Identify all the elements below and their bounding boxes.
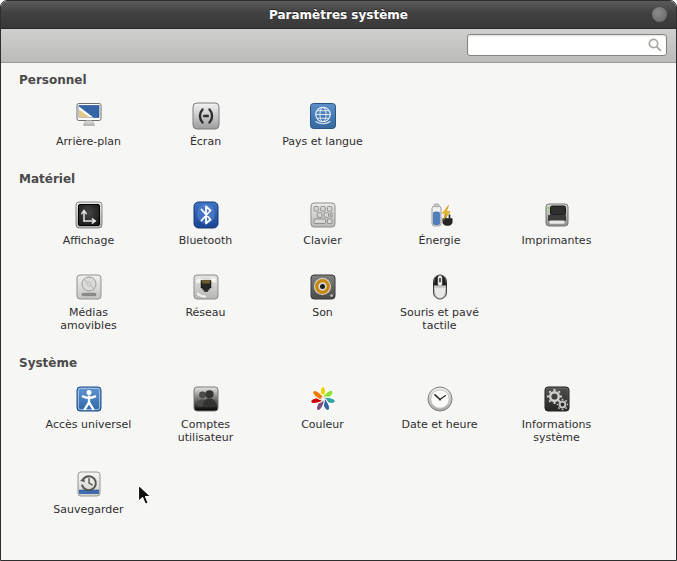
settings-item-mouse-touchpad[interactable]: Souris et pavé tactile (381, 271, 498, 332)
titlebar[interactable]: Paramètres système (1, 1, 676, 29)
settings-item-label: Son (312, 306, 333, 319)
settings-item-label: Affichage (63, 234, 115, 247)
user-accounts-icon (190, 383, 222, 415)
settings-item-label: Énergie (419, 234, 461, 247)
search-input[interactable] (467, 34, 667, 56)
section-grid: Arrière-plan Écran Pays et langue (30, 100, 676, 148)
settings-item-label: Informations système (522, 418, 591, 444)
window-title: Paramètres système (269, 8, 408, 22)
settings-sections: Personnel Arrière-plan Écran Pays et lan… (1, 73, 676, 516)
section-header: Personnel (19, 73, 676, 87)
settings-item-removable-media[interactable]: Médias amovibles (30, 271, 147, 332)
settings-item-label: Médias amovibles (60, 306, 116, 332)
settings-item-printers[interactable]: Imprimantes (498, 199, 615, 247)
settings-item-label: Imprimantes (522, 234, 592, 247)
settings-item-label: Pays et langue (282, 135, 363, 148)
bluetooth-icon (190, 199, 222, 231)
toolbar (1, 29, 676, 63)
backup-icon (73, 468, 105, 500)
system-info-icon (541, 383, 573, 415)
search-field-wrap (467, 34, 667, 56)
settings-item-power[interactable]: Énergie (381, 199, 498, 247)
settings-item-universal-access[interactable]: Accès universel (30, 383, 147, 444)
settings-item-display[interactable]: Affichage (30, 199, 147, 247)
settings-item-backup[interactable]: Sauvegarder (30, 468, 147, 516)
date-time-icon (424, 383, 456, 415)
screen-icon (190, 100, 222, 132)
background-icon (73, 100, 105, 132)
region-language-icon (307, 100, 339, 132)
system-settings-window: Paramètres système Personnel Arrière-pla… (0, 0, 677, 561)
settings-content: Personnel Arrière-plan Écran Pays et lan… (1, 63, 676, 560)
settings-item-label: Arrière-plan (56, 135, 121, 148)
settings-item-keyboard[interactable]: Clavier (264, 199, 381, 247)
universal-access-icon (73, 383, 105, 415)
settings-item-region-language[interactable]: Pays et langue (264, 100, 381, 148)
settings-item-sound[interactable]: Son (264, 271, 381, 332)
mouse-touchpad-icon (424, 271, 456, 303)
settings-item-date-time[interactable]: Date et heure (381, 383, 498, 444)
settings-item-background[interactable]: Arrière-plan (30, 100, 147, 148)
settings-item-label: Clavier (303, 234, 341, 247)
section-materiel: Matériel Affichage Bluetooth Clavier Éne… (1, 172, 676, 332)
settings-item-network[interactable]: Réseau (147, 271, 264, 332)
settings-item-label: Souris et pavé tactile (400, 306, 479, 332)
settings-item-screen[interactable]: Écran (147, 100, 264, 148)
settings-item-label: Date et heure (401, 418, 477, 431)
settings-item-color[interactable]: Couleur (264, 383, 381, 444)
settings-item-label: Couleur (301, 418, 344, 431)
settings-item-label: Sauvegarder (53, 503, 123, 516)
section-personnel: Personnel Arrière-plan Écran Pays et lan… (1, 73, 676, 148)
section-grid: Accès universel Comptes utilisateur Coul… (30, 383, 676, 516)
settings-item-label: Bluetooth (179, 234, 232, 247)
printers-icon (541, 199, 573, 231)
color-icon (307, 383, 339, 415)
network-icon (190, 271, 222, 303)
display-icon (73, 199, 105, 231)
removable-media-icon (73, 271, 105, 303)
section-systeme: Système Accès universel Comptes utilisat… (1, 356, 676, 516)
settings-item-label: Écran (190, 135, 221, 148)
settings-item-label: Comptes utilisateur (178, 418, 234, 444)
section-header: Système (19, 356, 676, 370)
section-grid: Affichage Bluetooth Clavier Énergie Impr… (30, 199, 676, 332)
power-icon (424, 199, 456, 231)
settings-item-user-accounts[interactable]: Comptes utilisateur (147, 383, 264, 444)
settings-item-label: Réseau (185, 306, 225, 319)
settings-item-system-info[interactable]: Informations système (498, 383, 615, 444)
sound-icon (307, 271, 339, 303)
settings-item-bluetooth[interactable]: Bluetooth (147, 199, 264, 247)
settings-item-label: Accès universel (46, 418, 132, 431)
keyboard-icon (307, 199, 339, 231)
section-header: Matériel (19, 172, 676, 186)
titlebar-button[interactable] (652, 7, 667, 22)
